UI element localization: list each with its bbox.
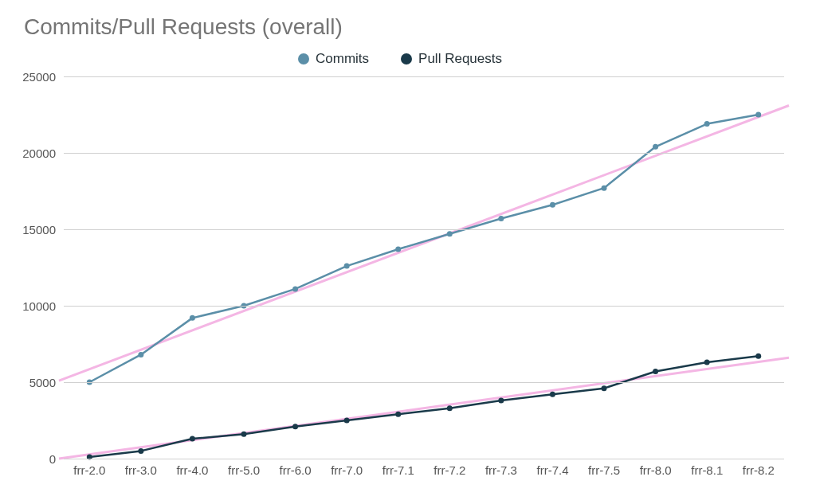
- svg-point-19: [344, 418, 350, 424]
- x-tick-label: frr-8.2: [733, 459, 785, 477]
- svg-point-25: [653, 369, 658, 374]
- x-tick-label: frr-7.5: [579, 459, 630, 477]
- x-tick-label: frr-7.3: [476, 459, 528, 477]
- x-tick-label: frr-2.0: [64, 459, 116, 477]
- gridline: [64, 76, 784, 77]
- y-tick-label: 20000: [22, 147, 64, 160]
- svg-point-20: [395, 412, 401, 417]
- svg-point-6: [395, 246, 401, 252]
- svg-point-12: [704, 121, 710, 127]
- x-tick-label: frr-6.0: [269, 459, 321, 477]
- x-tick-label: frr-7.0: [321, 459, 373, 477]
- legend: Commits Pull Requests: [8, 51, 792, 67]
- svg-point-8: [498, 216, 504, 221]
- svg-point-9: [550, 202, 555, 208]
- svg-point-27: [755, 354, 761, 359]
- svg-point-2: [190, 315, 195, 321]
- svg-point-18: [292, 424, 298, 429]
- plot-area: 0500010000150002000025000frr-2.0frr-3.0f…: [64, 76, 784, 459]
- x-tick-label: frr-3.0: [116, 459, 167, 477]
- legend-item-commits: Commits: [298, 51, 369, 67]
- y-tick-label: 15000: [22, 223, 64, 236]
- x-tick-label: frr-7.2: [424, 459, 476, 477]
- y-tick-label: 0: [49, 452, 64, 466]
- x-tick-label: frr-4.0: [167, 459, 218, 477]
- svg-point-10: [602, 186, 607, 191]
- svg-point-23: [550, 392, 555, 397]
- svg-point-11: [653, 144, 658, 150]
- legend-dot-commits: [298, 53, 309, 64]
- svg-point-4: [292, 286, 298, 291]
- gridline: [64, 306, 784, 307]
- y-tick-label: 25000: [22, 70, 64, 84]
- legend-item-pull-requests: Pull Requests: [401, 51, 502, 67]
- gridline: [64, 229, 784, 230]
- legend-label-commits: Commits: [316, 51, 369, 67]
- x-tick-label: frr-5.0: [218, 459, 270, 477]
- x-tick-label: frr-8.0: [630, 459, 681, 477]
- svg-point-16: [190, 436, 195, 442]
- gridline: [64, 382, 784, 383]
- x-tick-label: frr-8.1: [681, 459, 733, 477]
- x-tick-label: frr-7.4: [527, 459, 579, 477]
- svg-point-17: [241, 432, 247, 437]
- legend-label-pull-requests: Pull Requests: [418, 51, 502, 67]
- chart-svg: [64, 76, 784, 459]
- svg-point-26: [704, 360, 710, 365]
- svg-point-22: [498, 398, 504, 404]
- y-tick-label: 5000: [29, 376, 64, 389]
- svg-point-15: [138, 448, 143, 454]
- svg-point-13: [755, 112, 761, 118]
- x-tick-label: frr-7.1: [372, 459, 424, 477]
- legend-dot-pull-requests: [401, 53, 412, 64]
- chart-container: Commits/Pull Requests (overall) Commits …: [0, 0, 816, 504]
- chart-title: Commits/Pull Requests (overall): [24, 14, 792, 40]
- svg-point-21: [447, 405, 453, 411]
- y-tick-label: 10000: [22, 299, 64, 313]
- svg-point-5: [344, 264, 350, 269]
- x-axis: frr-2.0frr-3.0frr-4.0frr-5.0frr-6.0frr-7…: [64, 459, 784, 477]
- gridline: [64, 153, 784, 154]
- svg-point-24: [602, 385, 607, 391]
- svg-point-1: [138, 352, 143, 357]
- svg-point-7: [447, 231, 453, 236]
